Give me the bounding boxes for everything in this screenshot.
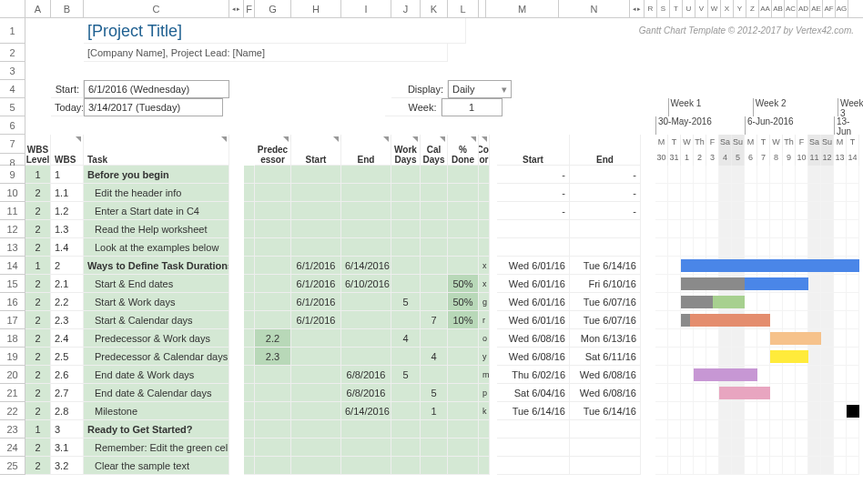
pdone-cell[interactable]: 50% — [448, 275, 479, 293]
f-cell[interactable] — [244, 348, 255, 366]
start-cell[interactable]: 6/1/2016 — [291, 257, 341, 275]
cell[interactable] — [229, 384, 244, 402]
f-cell[interactable] — [244, 457, 255, 475]
end-cell[interactable] — [341, 348, 391, 366]
wbs-cell[interactable]: 2.1 — [51, 275, 84, 293]
end-cell[interactable] — [341, 202, 391, 220]
pred-cell[interactable] — [255, 275, 291, 293]
wbs-cell[interactable]: 1 — [51, 166, 84, 184]
col-header[interactable] — [0, 0, 25, 17]
end-cell[interactable]: 6/8/2016 — [341, 366, 391, 384]
f-cell[interactable] — [244, 202, 255, 220]
start-date-input[interactable]: 6/1/2016 (Wednesday) — [84, 80, 229, 98]
wbs-level-cell[interactable]: 2 — [25, 238, 51, 257]
cdays-cell[interactable] — [421, 438, 448, 457]
cdays-cell[interactable] — [421, 166, 448, 184]
cell[interactable] — [229, 220, 244, 238]
wbs-level-cell[interactable]: 2 — [25, 293, 51, 311]
color-cell[interactable] — [479, 166, 490, 184]
f-cell[interactable] — [244, 329, 255, 348]
wbs-cell[interactable]: 3.1 — [51, 438, 84, 457]
task-cell[interactable]: Predecessor & Calendar days — [84, 348, 229, 366]
col-header[interactable]: N — [559, 0, 630, 17]
gantt-bar[interactable] — [694, 368, 757, 381]
end-cell[interactable]: 6/8/2016 — [341, 384, 391, 402]
cell[interactable] — [490, 384, 497, 402]
task-cell[interactable]: Clear the sample text — [84, 457, 229, 475]
cdays-cell[interactable]: 1 — [421, 402, 448, 420]
wdays-cell[interactable] — [391, 311, 421, 329]
cell[interactable] — [229, 238, 244, 257]
pdone-cell[interactable]: 50% — [448, 293, 479, 311]
cell[interactable] — [229, 311, 244, 329]
color-cell[interactable]: m — [479, 366, 490, 384]
cell[interactable] — [641, 220, 655, 238]
pred-cell[interactable] — [255, 366, 291, 384]
cell[interactable] — [25, 62, 827, 80]
wbs-level-cell[interactable]: 2 — [25, 457, 51, 475]
cell[interactable] — [490, 402, 497, 420]
cell[interactable] — [229, 80, 391, 98]
pdone-cell[interactable] — [448, 438, 479, 457]
cell[interactable] — [490, 329, 497, 348]
cell[interactable] — [229, 438, 244, 457]
cell[interactable] — [229, 184, 244, 202]
pred-cell[interactable]: 2.3 — [255, 348, 291, 366]
wbs-cell[interactable]: 2.3 — [51, 311, 84, 329]
end-cell[interactable] — [341, 329, 391, 348]
cdays-cell[interactable] — [421, 202, 448, 220]
wbs-level-cell[interactable]: 2 — [25, 184, 51, 202]
row-header[interactable]: 21 — [0, 384, 25, 402]
cdays-cell[interactable] — [421, 184, 448, 202]
cell[interactable] — [641, 420, 655, 438]
row-header[interactable]: 7 — [0, 135, 25, 154]
task-cell[interactable]: Enter a Start date in C4 — [84, 202, 229, 220]
pred-cell[interactable] — [255, 238, 291, 257]
display-select[interactable]: Daily — [448, 80, 512, 98]
color-cell[interactable]: p — [479, 384, 490, 402]
pred-cell[interactable] — [255, 166, 291, 184]
col-header[interactable]: A — [25, 0, 51, 17]
cell[interactable] — [490, 257, 497, 275]
f-cell[interactable] — [244, 402, 255, 420]
row-header[interactable]: 10 — [0, 184, 25, 202]
cell[interactable] — [229, 329, 244, 348]
cell[interactable] — [490, 366, 497, 384]
cdays-cell[interactable] — [421, 457, 448, 475]
col-header[interactable]: R — [645, 0, 657, 17]
col-header[interactable]: J — [391, 0, 421, 17]
f-cell[interactable] — [244, 257, 255, 275]
cell[interactable] — [641, 293, 655, 311]
pdone-cell[interactable] — [448, 184, 479, 202]
pred-cell[interactable] — [255, 202, 291, 220]
wbs-cell[interactable]: 2.5 — [51, 348, 84, 366]
cell[interactable] — [25, 18, 84, 44]
task-cell[interactable]: Read the Help worksheet — [84, 220, 229, 238]
col-header[interactable]: B — [51, 0, 84, 17]
pdone-cell[interactable] — [448, 238, 479, 257]
wbs-cell[interactable]: 1.4 — [51, 238, 84, 257]
task-cell[interactable]: End date & Calendar days — [84, 384, 229, 402]
f-cell[interactable] — [244, 275, 255, 293]
cell[interactable] — [490, 184, 497, 202]
row-header[interactable]: 6 — [0, 116, 25, 135]
color-cell[interactable]: k — [479, 402, 490, 420]
cell[interactable] — [641, 257, 655, 275]
row-header[interactable]: 13 — [0, 238, 25, 257]
col-header[interactable]: T — [670, 0, 683, 17]
row-header[interactable]: 4 — [0, 80, 25, 98]
row-header[interactable]: 15 — [0, 275, 25, 293]
cell[interactable] — [641, 329, 655, 348]
col-header[interactable]: AE — [810, 0, 823, 17]
pdone-cell[interactable] — [448, 384, 479, 402]
cdays-cell[interactable] — [421, 238, 448, 257]
cell[interactable] — [490, 166, 497, 184]
row-header[interactable]: 16 — [0, 293, 25, 311]
week-input[interactable]: 1 — [442, 98, 503, 116]
wbs-level-cell[interactable]: 1 — [25, 420, 51, 438]
col-header[interactable]: AA — [759, 0, 772, 17]
wbs-level-cell[interactable]: 2 — [25, 384, 51, 402]
col-header[interactable]: M — [486, 0, 559, 17]
cell[interactable] — [229, 202, 244, 220]
color-cell[interactable]: x — [479, 275, 490, 293]
